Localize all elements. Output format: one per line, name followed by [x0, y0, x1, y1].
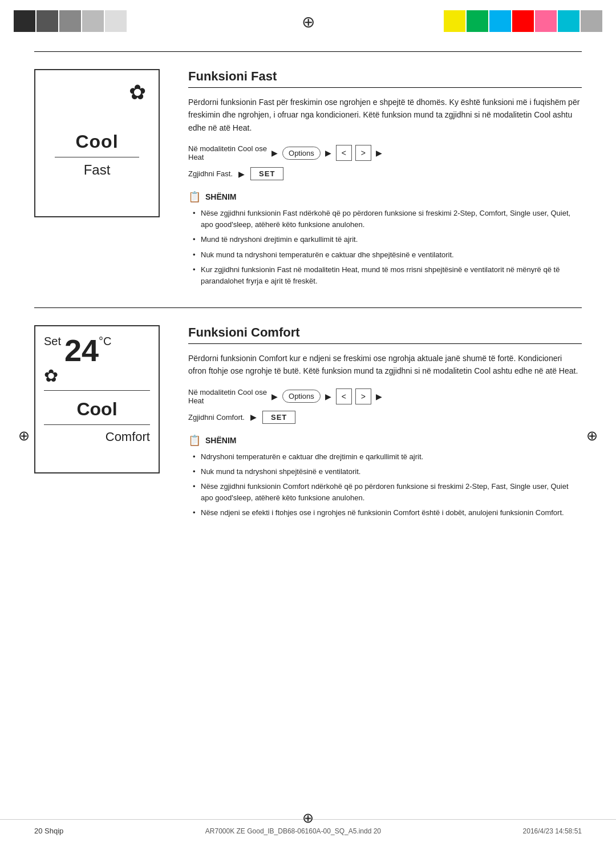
section-desc-comfort: Përdorni funksionin Comfort kur e ndjeni… [188, 352, 582, 378]
color-block-5 [105, 10, 127, 32]
note-section-fast: 📋 SHËNIM Nëse zgjidhni funksionin Fast n… [188, 191, 582, 287]
set-button-comfort[interactable]: SET [262, 411, 295, 424]
instruction-row-fast: Në modalitetin Cool ose Heat ▶ Options ▶… [188, 144, 582, 161]
comfort-celsius: °C [99, 335, 111, 348]
device-mode-fast: Cool [75, 131, 118, 152]
color-block-12 [581, 10, 602, 32]
instruction-row2-fast: Zgjidhni Fast. ▶ SET [188, 167, 582, 180]
instruction2-prefix-fast: Zgjidhni Fast. [188, 169, 233, 178]
device-panel-comfort: Set 24 °C ✿ Cool Comfort [34, 325, 165, 522]
footer: 20 Shqip AR7000K ZE Good_IB_DB68-06160A-… [0, 819, 616, 842]
right-content-fast: Funksioni Fast Përdorni funksionin Fast … [188, 69, 582, 290]
instruction2-prefix-comfort: Zgjidhni Comfort. [188, 413, 245, 422]
color-block-6 [444, 10, 465, 32]
footer-page: 20 Shqip [34, 827, 63, 835]
comfort-sub: Comfort [44, 430, 150, 444]
section-fast: ✿ Cool Fast Funksioni Fast Përdorni funk… [0, 52, 616, 307]
note-item-fast-4: Kur zgjidhni funksionin Fast në modalite… [193, 264, 582, 287]
instruction-prefix-comfort: Në modalitetin Cool ose Heat [188, 388, 267, 405]
note-header-fast: 📋 SHËNIM [188, 191, 582, 203]
footer-file: AR7000K ZE Good_IB_DB68-06160A-00_SQ_A5.… [205, 827, 381, 835]
color-block-8 [489, 10, 511, 32]
registration-mark-right: ⊕ [586, 428, 598, 444]
color-blocks-right [444, 10, 602, 32]
color-block-3 [59, 10, 81, 32]
section-comfort: Set 24 °C ✿ Cool Comfort Funksioni Comfo… [0, 308, 616, 539]
note-item-comfort-2: Nuk mund ta ndryshoni shpejtësinë e vent… [193, 466, 582, 477]
registration-mark-bottom: ⊕ [302, 810, 314, 826]
comfort-fan-icon: ✿ [44, 366, 58, 386]
right-content-comfort: Funksioni Comfort Përdorni funksionin Co… [188, 325, 582, 522]
note-item-comfort-1: Ndryshoni temperaturën e caktuar dhe dre… [193, 451, 582, 463]
note-item-comfort-3: Nëse zgjidhni funksionin Comfort ndërkoh… [193, 481, 582, 504]
color-blocks-left [14, 10, 127, 32]
comfort-mode: Cool [44, 399, 150, 420]
device-display-comfort: Set 24 °C ✿ Cool Comfort [34, 325, 160, 473]
options-button-fast[interactable]: Options [282, 147, 321, 160]
note-item-comfort-4: Nëse ndjeni se efekti i ftohjes ose i ng… [193, 507, 582, 519]
section-title-comfort: Funksioni Comfort [188, 325, 582, 344]
color-block-7 [467, 10, 488, 32]
right-arrow-button-fast[interactable]: > [355, 145, 371, 161]
note-header-comfort: 📋 SHËNIM [188, 434, 582, 447]
left-arrow-button-fast[interactable]: < [336, 145, 352, 161]
top-bar: ⊕ [0, 0, 616, 46]
registration-mark-left: ⊕ [18, 428, 30, 444]
arrow-4-comfort: ▶ [250, 412, 257, 422]
comfort-set-label: Set [44, 335, 61, 348]
left-arrow-button-comfort[interactable]: < [336, 388, 352, 404]
comfort-top-row: Set 24 °C [44, 335, 150, 366]
note-item-fast-1: Nëse zgjidhni funksionin Fast ndërkohë q… [193, 208, 582, 230]
comfort-temp: 24 [64, 335, 99, 366]
note-section-comfort: 📋 SHËNIM Ndryshoni temperaturën e caktua… [188, 434, 582, 519]
instruction-row2-comfort: Zgjidhni Comfort. ▶ SET [188, 411, 582, 424]
device-display-fast: ✿ Cool Fast [34, 69, 160, 217]
footer-date: 2016/4/23 14:58:51 [523, 827, 582, 835]
color-block-10 [535, 10, 557, 32]
instruction-prefix-fast: Në modalitetin Cool ose Heat [188, 144, 267, 161]
color-block-11 [558, 10, 579, 32]
device-sub-fast: Fast [84, 162, 111, 178]
section-desc-fast: Përdorni funksionin Fast për freskimin o… [188, 96, 582, 134]
comfort-fan-row: ✿ [44, 366, 150, 386]
device-panel-fast: ✿ Cool Fast [34, 69, 165, 290]
arrow-2-comfort: ▶ [325, 392, 331, 401]
instruction-row-comfort: Në modalitetin Cool ose Heat ▶ Options ▶… [188, 388, 582, 405]
color-block-4 [82, 10, 104, 32]
note-list-fast: Nëse zgjidhni funksionin Fast ndërkohë q… [188, 208, 582, 287]
arrow-2-fast: ▶ [325, 148, 331, 157]
color-block-2 [37, 10, 58, 32]
note-list-comfort: Ndryshoni temperaturën e caktuar dhe dre… [188, 451, 582, 519]
arrow-3-fast: ▶ [376, 148, 382, 157]
arrow-3-comfort: ▶ [376, 392, 382, 401]
arrow-4-fast: ▶ [238, 169, 245, 179]
options-button-comfort[interactable]: Options [282, 390, 321, 403]
note-icon-fast: 📋 [188, 191, 201, 203]
arrow-1-comfort: ▶ [271, 392, 278, 401]
set-button-fast[interactable]: SET [250, 167, 283, 180]
arrow-1-fast: ▶ [271, 148, 278, 157]
note-icon-comfort: 📋 [188, 434, 201, 447]
note-item-fast-3: Nuk mund ta ndryshoni temperaturën e cak… [193, 249, 582, 261]
color-block-9 [512, 10, 534, 32]
section-title-fast: Funksioni Fast [188, 69, 582, 88]
note-item-fast-2: Mund të ndryshoni drejtimin e qarkullimi… [193, 234, 582, 245]
fan-icon-fast: ✿ [129, 80, 146, 104]
right-arrow-button-comfort[interactable]: > [355, 388, 371, 404]
registration-mark-top: ⊕ [291, 13, 325, 31]
color-block-1 [14, 10, 35, 32]
